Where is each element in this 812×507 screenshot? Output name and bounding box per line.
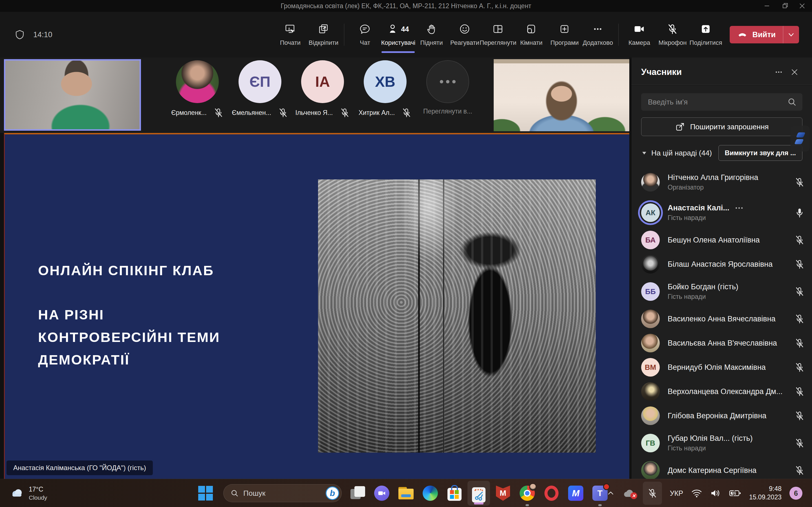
notification-count-badge[interactable]: 6 bbox=[790, 487, 802, 500]
participant-row[interactable]: Василенко Анна Вячеславівна bbox=[641, 307, 805, 331]
unpin-icon bbox=[318, 23, 329, 35]
share-invite-button[interactable]: Поширити запрошення bbox=[641, 117, 802, 136]
participant-row[interactable]: Домс Катерина Сергіївна bbox=[641, 458, 805, 479]
smiley-icon bbox=[459, 23, 470, 35]
clock[interactable]: 9:48 15.09.2023 bbox=[749, 485, 781, 502]
participant-row[interactable]: Білаш Анастасія Ярославівна bbox=[641, 252, 805, 276]
chrome-profile-avatar bbox=[529, 483, 537, 491]
minimize-button[interactable] bbox=[758, 0, 775, 12]
camera-on-icon bbox=[633, 23, 645, 35]
start-button[interactable] bbox=[198, 479, 213, 507]
taskbar-search[interactable]: Пошук b bbox=[223, 484, 342, 502]
floating-widget-icon[interactable] bbox=[791, 126, 810, 152]
avatar-initials: ГВ bbox=[641, 434, 660, 452]
leave-button[interactable]: Вийти bbox=[730, 26, 799, 43]
mic-muted-icon bbox=[795, 235, 805, 245]
teams-icon: T bbox=[592, 486, 608, 501]
participant-row[interactable]: АК Анастасія Калі... Гість наради bbox=[641, 198, 805, 228]
slide-text-line: НА РІЗНІ bbox=[38, 307, 104, 323]
battery-charging-icon[interactable] bbox=[729, 489, 741, 498]
mic-muted-icon bbox=[647, 488, 658, 498]
chrome-button[interactable] bbox=[519, 479, 535, 507]
participant-thumbnail[interactable]: ХВ Хитрик Ал... bbox=[360, 60, 410, 118]
mute-all-button[interactable]: Вимкнути звук для ... bbox=[718, 145, 802, 161]
participant-row[interactable]: ВМ Вернидуб Юлія Максимівна bbox=[641, 355, 805, 379]
overflow-thumbnail[interactable]: Переглянути в... bbox=[422, 60, 473, 115]
presenter-video-tile[interactable] bbox=[494, 59, 629, 131]
weather-widget[interactable]: 17°C Cloudy bbox=[10, 479, 47, 507]
apps-plus-icon bbox=[559, 23, 570, 35]
participant-thumbnail[interactable]: ІА Ільченко Я... bbox=[297, 60, 348, 118]
participant-row[interactable]: Васильєва Анна В'ячеславівна bbox=[641, 331, 805, 355]
participant-row[interactable]: Глібова Вероніка Дмитрівна bbox=[641, 404, 805, 428]
view-button[interactable]: Переглянути bbox=[481, 13, 515, 56]
mcafee-shield-icon: M bbox=[496, 486, 510, 501]
participant-more-icon[interactable] bbox=[735, 207, 743, 209]
share-button[interactable]: Поділитися bbox=[689, 13, 722, 56]
leave-options-caret[interactable] bbox=[783, 26, 799, 43]
snipping-tool-button[interactable] bbox=[467, 481, 490, 506]
teams-button[interactable]: T bbox=[592, 479, 608, 507]
apps-button[interactable]: Програми bbox=[548, 13, 581, 56]
more-options-button[interactable]: Додатково bbox=[581, 13, 614, 56]
opera-icon bbox=[545, 486, 559, 501]
m-app-button[interactable]: M bbox=[568, 479, 583, 507]
tray-mic-muted[interactable] bbox=[643, 482, 662, 505]
participant-row[interactable]: Нітченко Алла Григорівна Організатор bbox=[641, 167, 805, 198]
start-presenting-button[interactable]: Почати bbox=[273, 13, 307, 56]
microsoft-store-button[interactable] bbox=[447, 479, 462, 507]
unpin-button[interactable]: Відкріпити bbox=[307, 13, 340, 56]
search-input[interactable] bbox=[648, 98, 787, 107]
self-video-tile[interactable] bbox=[4, 59, 141, 131]
m-app-icon: M bbox=[568, 486, 583, 501]
avatar-initials: ЄП bbox=[239, 60, 282, 103]
slide-title: ОНЛАЙН СПІКІНГ КЛАБ bbox=[38, 263, 214, 278]
task-view-button[interactable] bbox=[349, 479, 367, 507]
layout-icon bbox=[492, 23, 504, 35]
camera-button[interactable]: Камера bbox=[622, 13, 656, 56]
chat-button[interactable]: Чат bbox=[348, 13, 382, 56]
participant-row[interactable]: Верхоланцева Олександра Дм... bbox=[641, 379, 805, 404]
mic-muted-icon bbox=[213, 108, 223, 118]
teams-chat-button[interactable] bbox=[374, 479, 390, 507]
active-app-indicator bbox=[474, 503, 484, 504]
toolbar-divider bbox=[344, 24, 344, 46]
mic-muted-icon bbox=[795, 286, 805, 297]
participants-button[interactable]: 44 Користувачі bbox=[382, 13, 415, 56]
restore-button[interactable] bbox=[777, 0, 794, 12]
overflow-dots-icon bbox=[426, 60, 469, 103]
tray-expand-icon[interactable] bbox=[607, 489, 615, 497]
mic-muted-icon bbox=[795, 438, 805, 448]
raise-hand-button[interactable]: Підняти bbox=[415, 13, 448, 56]
mic-muted-icon bbox=[795, 465, 805, 475]
participant-row[interactable]: ББ Бойко Богдан (гість) Гість наради bbox=[641, 276, 805, 307]
section-header[interactable]: На цій нараді (44) bbox=[641, 149, 718, 158]
language-indicator[interactable]: УКР bbox=[670, 489, 683, 497]
hangup-icon bbox=[737, 29, 748, 40]
screen-share-icon bbox=[285, 23, 296, 35]
participant-thumbnail[interactable]: Єрмоленк... bbox=[172, 60, 223, 118]
file-explorer-button[interactable] bbox=[398, 479, 414, 507]
edge-icon bbox=[423, 486, 438, 501]
opera-button[interactable] bbox=[544, 479, 559, 507]
microphone-button[interactable]: Мікрофон bbox=[656, 13, 689, 56]
participant-row[interactable]: ГВ Губар Юлія Вал... (гість) Гість нарад… bbox=[641, 428, 805, 458]
mic-muted-icon bbox=[667, 23, 678, 35]
participant-search[interactable] bbox=[641, 93, 802, 111]
onedrive-icon[interactable]: ✕ bbox=[622, 489, 635, 498]
windows-taskbar: 17°C Cloudy Пошук b bbox=[0, 479, 812, 507]
panel-more-icon[interactable] bbox=[771, 67, 786, 77]
participants-panel: Учасники Поширити запрошення На цій нара… bbox=[631, 57, 812, 479]
participant-row[interactable]: БА Бешун Олена Анатоліївна bbox=[641, 228, 805, 252]
rooms-button[interactable]: Кімнати bbox=[515, 13, 548, 56]
raise-hand-icon bbox=[426, 23, 437, 35]
mcafee-button[interactable]: M bbox=[495, 479, 511, 507]
mic-on-icon bbox=[795, 208, 805, 218]
react-button[interactable]: Реагувати bbox=[448, 13, 481, 56]
volume-icon[interactable] bbox=[710, 489, 721, 498]
panel-close-icon[interactable] bbox=[786, 68, 802, 76]
wifi-icon[interactable] bbox=[691, 489, 702, 498]
close-button[interactable] bbox=[794, 0, 811, 12]
edge-button[interactable] bbox=[422, 479, 438, 507]
participant-thumbnail[interactable]: ЄП Ємельянен... bbox=[235, 60, 285, 118]
